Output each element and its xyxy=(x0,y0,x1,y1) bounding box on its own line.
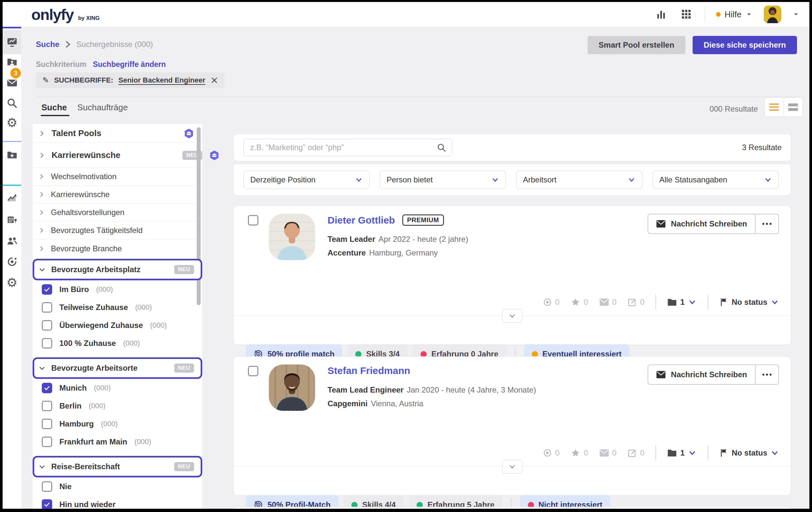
checkbox-checked[interactable] xyxy=(42,383,52,393)
checkbox-unchecked[interactable] xyxy=(42,302,52,313)
eye-icon xyxy=(543,297,552,307)
view-toggle xyxy=(764,97,803,117)
option-count: (000) xyxy=(135,303,152,312)
dropdown-statusangaben[interactable]: Alle Statusangaben xyxy=(652,171,779,189)
nav-settings-gear-icon[interactable]: ⚙ xyxy=(3,112,21,133)
criteria-label: Suchkriterium xyxy=(36,60,86,69)
checkbox-checked[interactable] xyxy=(42,284,52,295)
option-label: Berlin xyxy=(59,401,82,410)
candidate-job-line: Team LeaderApr 2022 - heute (2 jahre) xyxy=(327,235,468,244)
chevron-down-icon xyxy=(39,463,45,470)
app-sidebar: 3 ⚙ ⚙ xyxy=(3,27,22,509)
expand-card-button[interactable] xyxy=(502,460,522,474)
write-message-button[interactable]: Nachricht Schreiben xyxy=(648,365,755,384)
folder-assignment[interactable]: 1 xyxy=(667,448,696,457)
nav-sourcing-target-icon[interactable] xyxy=(3,251,21,272)
dropdown-arbeitsort[interactable]: Arbeitsort xyxy=(516,171,642,189)
checkbox-unchecked[interactable] xyxy=(42,419,52,429)
filter-link-branche[interactable]: Bevorzugte Branche xyxy=(33,239,202,257)
messages-stat: 0 xyxy=(599,297,616,307)
checkbox-unchecked[interactable] xyxy=(42,481,52,492)
status-selector[interactable]: No status xyxy=(719,448,779,457)
candidate-avatar[interactable] xyxy=(269,214,315,260)
dropdown-label: Derzeitige Position xyxy=(250,175,316,184)
chevron-down-icon xyxy=(39,365,45,371)
nav-saved-folder-star-icon[interactable] xyxy=(3,144,21,165)
filter-group-arbeitsplatz[interactable]: Bevorzugte Arbeitsplatz NEU xyxy=(33,259,202,280)
help-menu[interactable]: Hilfe xyxy=(716,9,753,20)
save-search-button[interactable]: Diese siche speichern xyxy=(693,36,797,54)
results-search-bar: 3 Resultate xyxy=(233,134,791,161)
candidate-avatar[interactable] xyxy=(269,365,315,411)
candidate-name-link[interactable]: Stefan Friedmann xyxy=(327,365,410,376)
statistics-icon[interactable] xyxy=(654,7,668,22)
list-view-icon[interactable] xyxy=(765,97,784,116)
filter-link-gehaltsvorstellungen[interactable]: Gehaltsvorstellungen xyxy=(33,204,202,222)
filter-group-arbeitsorte[interactable]: Bevorzugte Arbeitsorte NEU xyxy=(33,357,202,379)
keyword-search-input[interactable] xyxy=(243,139,452,156)
filter-option: Frankfurt am Main (000) xyxy=(33,433,202,451)
option-label: Teilweise Zuhause xyxy=(59,303,128,312)
candidate-company-line: CapgeminiVienna, Austria xyxy=(327,399,424,408)
chevron-down-icon xyxy=(491,176,499,184)
checkbox-unchecked[interactable] xyxy=(42,401,52,411)
onlyfy-logo: onlyfy xyxy=(31,5,74,24)
nav-dashboard-icon[interactable] xyxy=(3,30,21,54)
more-options-button[interactable] xyxy=(755,215,778,233)
filter-group-reise-bereitschaft[interactable]: Reise-Bereitschaft NEU xyxy=(33,456,202,477)
breadcrumb-search-link[interactable]: Suche xyxy=(36,40,59,49)
filter-option: Hamburg (000) xyxy=(33,415,202,433)
account-menu-chevron-icon[interactable] xyxy=(792,11,800,18)
search-icon[interactable] xyxy=(436,143,446,154)
filter-link-label: Gehaltsvorstellungen xyxy=(51,208,124,217)
checkbox-unchecked[interactable] xyxy=(42,338,52,348)
chevron-down-icon xyxy=(39,266,45,273)
status-label: No status xyxy=(732,448,767,457)
candidate-stats-row: 0 0 0 0 1 xyxy=(543,446,779,460)
filter-link-taetigkeitsfeld[interactable]: Bevorzugtes Tätigkeitsfeld xyxy=(33,222,202,239)
nav-admin-gear-icon[interactable]: ⚙ xyxy=(3,272,21,293)
checkbox-checked[interactable] xyxy=(42,499,52,509)
nav-search-icon[interactable] xyxy=(3,93,21,114)
candidate-card: Dieter Gottlieb PREMIUM Team LeaderApr 2… xyxy=(233,206,791,345)
status-selector[interactable]: No status xyxy=(719,297,779,307)
note-icon xyxy=(628,448,637,457)
checkbox-unchecked[interactable] xyxy=(42,320,52,331)
tab-suche[interactable]: Suche xyxy=(41,103,67,113)
card-view-icon[interactable] xyxy=(784,97,803,116)
nav-analytics-icon[interactable] xyxy=(3,187,21,208)
filter-section-talent-pools[interactable]: Talent Pools xyxy=(33,124,202,143)
company-name: Capgemini xyxy=(327,399,368,408)
select-candidate-checkbox[interactable] xyxy=(248,366,258,376)
more-options-button[interactable] xyxy=(755,365,778,384)
apps-grid-icon[interactable] xyxy=(679,7,694,22)
tab-suchauftraege[interactable]: Suchaufträge xyxy=(77,103,128,113)
candidate-name-link[interactable]: Dieter Gottlieb xyxy=(327,215,395,226)
mail-icon xyxy=(599,449,609,457)
neu-badge: NEU xyxy=(174,265,194,274)
search-terms-chip[interactable]: ✎ SUCHBEGRIFFE: Senior Backend Engineer xyxy=(36,73,225,88)
nav-company-icon[interactable] xyxy=(3,209,21,230)
nav-team-icon[interactable] xyxy=(3,230,21,251)
edit-terms-link[interactable]: Suchbegriffe ändern xyxy=(93,60,166,69)
dropdown-person-bietet[interactable]: Person bietet xyxy=(380,171,506,189)
option-label: 100 % Zuhause xyxy=(59,339,116,348)
dropdown-derzeitige-position[interactable]: Derzeitige Position xyxy=(243,171,370,189)
candidate-job-line: Team Lead EngineerJan 2020 - heute (4 Ja… xyxy=(327,386,536,395)
folder-count: 1 xyxy=(680,448,685,457)
write-message-button[interactable]: Nachricht Schreiben xyxy=(648,215,755,233)
chip-remove-icon[interactable] xyxy=(211,77,218,84)
folder-assignment[interactable]: 1 xyxy=(667,297,696,307)
flag-icon xyxy=(719,297,728,307)
user-avatar[interactable] xyxy=(764,5,781,23)
premium-hexagon-icon xyxy=(209,150,220,161)
select-candidate-checkbox[interactable] xyxy=(248,215,258,226)
smart-pool-button[interactable]: Smart Pool erstellen xyxy=(587,36,686,54)
filter-link-karrierewuensche[interactable]: Karrierewünsche xyxy=(33,186,202,204)
expand-card-button[interactable] xyxy=(502,309,522,323)
chevron-right-icon xyxy=(38,174,45,179)
filter-section-karrierewuensche[interactable]: Karrierewünsche NEU xyxy=(33,143,202,168)
checkbox-unchecked[interactable] xyxy=(42,437,52,447)
filter-link-wechselmotivation[interactable]: Wechselmotivation xyxy=(33,168,202,186)
help-notification-dot xyxy=(716,12,721,17)
